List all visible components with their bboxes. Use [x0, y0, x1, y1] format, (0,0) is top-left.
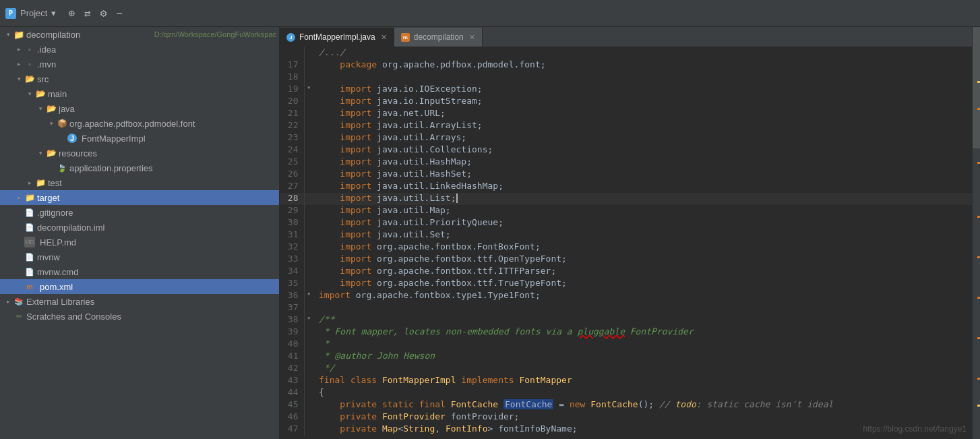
- tree-item-java[interactable]: ▾ 📂 java: [0, 101, 279, 116]
- properties-icon: 🍃: [57, 163, 67, 173]
- table-row: 28 import java.util.List;: [280, 193, 972, 205]
- table-row: 33 import org.apache.fontbox.ttf.OpenTyp…: [280, 254, 972, 266]
- tree-item-main[interactable]: ▾ 📂 main: [0, 86, 279, 101]
- code-content: /**: [313, 314, 972, 326]
- tab-close-fontmapper[interactable]: ✕: [381, 33, 387, 42]
- line-number: 18: [280, 71, 304, 84]
- folder-icon: 📁: [24, 192, 35, 203]
- minimap[interactable]: [972, 27, 980, 439]
- fold-gutter: [304, 71, 313, 84]
- code-content: {: [313, 387, 972, 399]
- m-tab-icon: m: [401, 33, 410, 42]
- tree-item-src[interactable]: ▾ 📂 src: [0, 71, 279, 86]
- code-content: package org.apache.pdfbox.pdmodel.font;: [313, 59, 972, 71]
- code-content: import java.util.Arrays;: [313, 132, 972, 144]
- title-bar: P Project ▾ ⊕ ⇄ ⚙ −: [0, 0, 980, 27]
- tree-item-gitignore[interactable]: 📄 .gitignore: [0, 205, 279, 220]
- code-content: import java.util.Collections;: [313, 144, 972, 156]
- line-number: 47: [280, 423, 304, 436]
- fold-gutter: [304, 326, 313, 339]
- table-row: 22 import java.util.ArrayList;: [280, 120, 972, 132]
- table-row: 26 import java.util.HashSet;: [280, 169, 972, 181]
- tree-item-test[interactable]: ▸ 📁 test: [0, 175, 279, 190]
- tree-label: mvnw.cmd: [37, 267, 276, 277]
- tree-item-fontmapper[interactable]: J FontMapperImpl: [0, 131, 279, 146]
- main-area: ▾ 📁 decompilation D:/qzn/Workspace/GongF…: [0, 27, 980, 439]
- folder-icon: 📂: [46, 148, 57, 158]
- layout-icon[interactable]: ⇄: [84, 7, 91, 20]
- tree-arrow: ▸: [13, 192, 24, 203]
- fold-gutter: [304, 423, 313, 436]
- tab-close-decompilation[interactable]: ✕: [469, 33, 475, 42]
- table-row: 34 import org.apache.fontbox.ttf.ITTFPar…: [280, 266, 972, 278]
- tree-arrow: ▾: [35, 148, 46, 158]
- code-content: import org.apache.fontbox.ttf.ITTFParser…: [313, 266, 972, 278]
- tree-item-mvn[interactable]: ▸ ▪ .mvn: [0, 57, 279, 71]
- tree-item-decompilation[interactable]: ▾ 📁 decompilation D:/qzn/Workspace/GongF…: [0, 27, 279, 42]
- fold-gutter: ▾: [304, 84, 313, 96]
- code-content: import java.util.List;: [313, 193, 972, 205]
- tree-item-idea[interactable]: ▸ ▪ .idea: [0, 42, 279, 57]
- minimap-mark-6: [977, 297, 980, 299]
- table-row: 31 import java.util.Set;: [280, 229, 972, 241]
- tree-item-mvnwcmd[interactable]: 📄 mvnw.cmd: [0, 264, 279, 279]
- table-row: 32 import org.apache.fontbox.FontBoxFont…: [280, 241, 972, 254]
- tree-item-scratches[interactable]: ✏ Scratches and Consoles: [0, 309, 279, 324]
- project-dropdown-arrow[interactable]: ▾: [51, 8, 56, 18]
- fold-gutter: [304, 241, 313, 254]
- code-editor[interactable]: /.../ 17 package org.apache.pdfbox.pdmod…: [280, 47, 972, 439]
- code-content: */: [313, 363, 972, 375]
- tree-arrow: [13, 266, 24, 277]
- tab-fontmapperimpl[interactable]: J FontMapperImpl.java ✕: [280, 28, 394, 47]
- line-number: 22: [280, 120, 304, 132]
- tree-arrow: ▾: [3, 29, 13, 40]
- code-content: * @author John Hewson: [313, 351, 972, 363]
- table-row: /.../: [280, 47, 972, 59]
- line-number: 46: [280, 411, 304, 423]
- tree-label: main: [48, 89, 276, 99]
- line-number: 40: [280, 339, 304, 351]
- settings-icon[interactable]: ⚙: [100, 7, 107, 20]
- fold-gutter: [304, 181, 313, 193]
- table-row: 39 * Font mapper, locates non-embedded f…: [280, 326, 972, 339]
- line-number: 45: [280, 399, 304, 411]
- java-file-icon: J: [67, 134, 77, 143]
- tree-item-properties[interactable]: 🍃 application.properties: [0, 160, 279, 175]
- tree-item-mvnw[interactable]: 📄 mvnw: [0, 250, 279, 264]
- table-row: 47 private Map<String, FontInfo> fontInf…: [280, 423, 972, 436]
- minus-icon[interactable]: −: [116, 7, 123, 20]
- code-content: private Map<String, FontInfo> fontInfoBy…: [313, 423, 972, 436]
- md-icon: MD: [24, 237, 35, 247]
- tree-label: org.apache.pdfbox.pdmodel.font: [69, 119, 276, 129]
- code-content: import java.util.Set;: [313, 229, 972, 241]
- tree-label: FontMapperImpl: [82, 134, 276, 144]
- tree-item-helpmd[interactable]: MD HELP.md: [0, 235, 279, 250]
- tree-item-resources[interactable]: ▾ 📂 resources: [0, 146, 279, 160]
- tree-arrow: ▸: [24, 177, 35, 188]
- add-icon[interactable]: ⊕: [68, 7, 75, 20]
- tree-item-target[interactable]: ▸ 📁 target: [0, 190, 279, 205]
- minimap-thumb: [973, 27, 980, 148]
- table-row: 40 *: [280, 339, 972, 351]
- table-row: 42 */: [280, 363, 972, 375]
- tree-item-pomxml[interactable]: m pom.xml: [0, 279, 279, 294]
- tree-label: pom.xml: [40, 282, 276, 292]
- tree-label-decompilation: decompilation: [26, 30, 152, 40]
- mvnwcmd-icon: 📄: [24, 266, 35, 277]
- table-row: 30 import java.util.PriorityQueue;: [280, 217, 972, 229]
- tree-item-iml[interactable]: 📄 decompilation.iml: [0, 220, 279, 235]
- line-number: 32: [280, 241, 304, 254]
- tree-arrow: ▾: [24, 88, 35, 99]
- table-row: 17 package org.apache.pdfbox.pdmodel.fon…: [280, 59, 972, 71]
- table-row: 19 ▾ import java.io.IOException;: [280, 84, 972, 96]
- tree-arrow: [13, 222, 24, 233]
- tab-decompilation[interactable]: m decompilation ✕: [394, 28, 483, 47]
- code-content: import org.apache.fontbox.type1.Type1Fon…: [313, 290, 972, 302]
- code-content: /.../: [313, 47, 972, 59]
- tree-label: application.properties: [69, 163, 276, 173]
- tree-item-external-libraries[interactable]: ▸ 📚 External Libraries: [0, 294, 279, 309]
- fold-gutter: [304, 266, 313, 278]
- tree-item-package[interactable]: ▾ 📦 org.apache.pdfbox.pdmodel.font: [0, 116, 279, 131]
- minimap-mark-1: [977, 81, 980, 83]
- code-content: import java.util.LinkedHashMap;: [313, 181, 972, 193]
